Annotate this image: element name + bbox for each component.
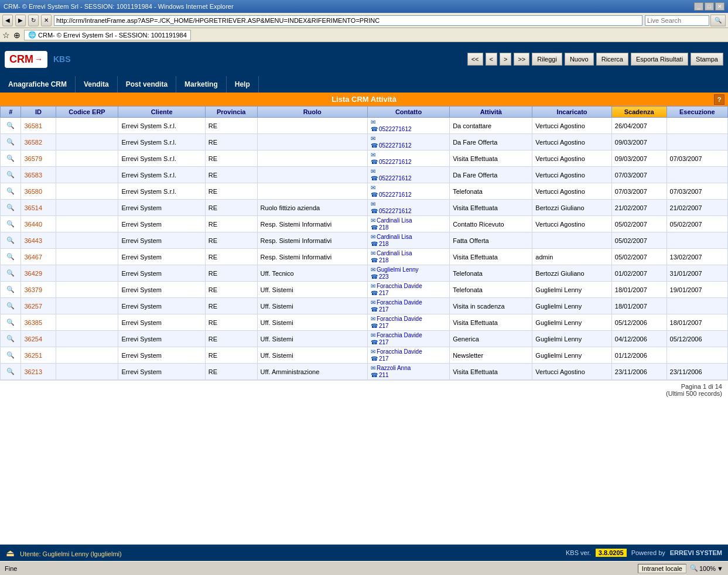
- refresh-button[interactable]: ↻: [28, 15, 39, 26]
- cell-contatto[interactable]: ✉ Razzoli Anna☎ 211: [367, 364, 449, 380]
- row-search-icon[interactable]: 🔍: [1, 314, 21, 331]
- cell-contatto[interactable]: ✉☎ 0522271612: [367, 200, 449, 216]
- cell-contatto[interactable]: ✉ Cardinali Lisa☎ 218: [367, 216, 449, 232]
- prev-button[interactable]: <: [486, 53, 497, 66]
- menu-item-anagrafiche[interactable]: Anagrafiche CRM: [0, 76, 76, 93]
- cell-contatto[interactable]: ✉☎ 0522271612: [367, 183, 449, 200]
- help-button[interactable]: ?: [714, 94, 724, 105]
- cell-contatto[interactable]: ✉☎ 0522271612: [367, 150, 449, 167]
- cell-id[interactable]: 36582: [21, 134, 56, 150]
- cell-incaricato: Vertucci Agostino: [532, 134, 611, 150]
- cell-id[interactable]: 36580: [21, 183, 56, 200]
- col-codice-erp[interactable]: Codice ERP: [56, 107, 118, 118]
- row-search-icon[interactable]: 🔍: [1, 134, 21, 150]
- col-scadenza[interactable]: Scadenza: [611, 107, 667, 118]
- cell-id[interactable]: 36581: [21, 118, 56, 134]
- cell-id[interactable]: 36385: [21, 314, 56, 331]
- cell-cliente: Errevi System: [118, 265, 205, 282]
- window-controls[interactable]: _ □ ✕: [694, 2, 724, 11]
- bookmark-tab[interactable]: 🌐 CRM- © Errevi System Srl - SESSION: 10…: [24, 30, 191, 40]
- col-id[interactable]: ID: [21, 107, 56, 118]
- col-esecuzione[interactable]: Esecuzione: [667, 107, 727, 118]
- cell-id[interactable]: 36257: [21, 298, 56, 314]
- row-search-icon[interactable]: 🔍: [1, 150, 21, 167]
- menu-item-post-vendita[interactable]: Post vendita: [118, 76, 176, 93]
- cell-id[interactable]: 36213: [21, 364, 56, 380]
- cell-incaricato: Guglielmi Lenny: [532, 298, 611, 314]
- table-row: 🔍36583Errevi System S.r.l.RE✉☎ 052227161…: [1, 167, 728, 183]
- cell-contatto[interactable]: ✉ Cardinali Lisa☎ 218: [367, 232, 449, 249]
- col-incaricato[interactable]: Incaricato: [532, 107, 611, 118]
- cell-contatto[interactable]: ✉ Cardinali Lisa☎ 218: [367, 249, 449, 265]
- minimize-button[interactable]: _: [694, 2, 703, 11]
- ricerca-button[interactable]: Ricerca: [596, 53, 628, 66]
- cell-id[interactable]: 36379: [21, 282, 56, 298]
- cell-id[interactable]: 36251: [21, 347, 56, 364]
- stop-button[interactable]: ✕: [41, 15, 52, 26]
- col-cliente[interactable]: Cliente: [118, 107, 205, 118]
- forward-button[interactable]: ▶: [15, 15, 26, 26]
- col-provincia[interactable]: Provincia: [205, 107, 257, 118]
- pagination-text: Pagina 1 di 14 (Ultimi 500 records): [6, 383, 722, 397]
- table-row: 🔍36581Errevi System S.r.l.RE✉☎ 052227161…: [1, 118, 728, 134]
- cell-id[interactable]: 36583: [21, 167, 56, 183]
- esporta-button[interactable]: Esporta Risultati: [631, 53, 688, 66]
- col-ruolo[interactable]: Ruolo: [257, 107, 367, 118]
- cell-id[interactable]: 36429: [21, 265, 56, 282]
- row-search-icon[interactable]: 🔍: [1, 118, 21, 134]
- cell-contatto[interactable]: ✉ Foracchia Davide☎ 217: [367, 282, 449, 298]
- next-button[interactable]: >: [500, 53, 511, 66]
- last-button[interactable]: >>: [514, 53, 529, 66]
- cell-id[interactable]: 36514: [21, 200, 56, 216]
- nuovo-button[interactable]: Nuovo: [565, 53, 594, 66]
- cell-id[interactable]: 36443: [21, 232, 56, 249]
- row-search-icon[interactable]: 🔍: [1, 216, 21, 232]
- row-search-icon[interactable]: 🔍: [1, 183, 21, 200]
- row-search-icon[interactable]: 🔍: [1, 347, 21, 364]
- cell-contatto[interactable]: ✉☎ 0522271612: [367, 118, 449, 134]
- cell-contatto[interactable]: ✉ Foracchia Davide☎ 217: [367, 331, 449, 347]
- cell-id[interactable]: 36254: [21, 331, 56, 347]
- close-button[interactable]: ✕: [715, 2, 724, 11]
- logout-icon[interactable]: ⏏: [6, 548, 15, 558]
- cell-contatto[interactable]: ✉☎ 0522271612: [367, 167, 449, 183]
- version-badge: 3.8.0205: [596, 549, 627, 557]
- menu-item-marketing[interactable]: Marketing: [176, 76, 227, 93]
- row-search-icon[interactable]: 🔍: [1, 364, 21, 380]
- star-icon[interactable]: ☆: [2, 30, 10, 40]
- row-search-icon[interactable]: 🔍: [1, 232, 21, 249]
- rss-icon[interactable]: ⊕: [13, 30, 20, 40]
- maximize-button[interactable]: □: [705, 2, 714, 11]
- row-search-icon[interactable]: 🔍: [1, 298, 21, 314]
- row-search-icon[interactable]: 🔍: [1, 265, 21, 282]
- cell-id[interactable]: 36467: [21, 249, 56, 265]
- row-search-icon[interactable]: 🔍: [1, 200, 21, 216]
- first-button[interactable]: <<: [467, 53, 483, 66]
- row-search-icon[interactable]: 🔍: [1, 331, 21, 347]
- cell-id[interactable]: 36440: [21, 216, 56, 232]
- menu-item-vendita[interactable]: Vendita: [76, 76, 118, 93]
- row-search-icon[interactable]: 🔍: [1, 249, 21, 265]
- col-attivita[interactable]: Attività: [450, 107, 532, 118]
- cell-attivita: Da Fare Offerta: [450, 134, 532, 150]
- cell-provincia: RE: [205, 364, 257, 380]
- stampa-button[interactable]: Stampa: [691, 53, 723, 66]
- back-button[interactable]: ◀: [2, 15, 13, 26]
- row-search-icon[interactable]: 🔍: [1, 167, 21, 183]
- rileggi-button[interactable]: Rileggi: [532, 53, 562, 66]
- cell-contatto[interactable]: ✉ Foracchia Davide☎ 217: [367, 347, 449, 364]
- search-button[interactable]: 🔍: [710, 15, 726, 26]
- address-input[interactable]: [54, 15, 642, 26]
- cell-ruolo: Uff. Amministrazione: [257, 364, 367, 380]
- search-input[interactable]: [645, 15, 709, 26]
- col-contatto[interactable]: Contatto: [367, 107, 449, 118]
- cell-contatto[interactable]: ✉ Foracchia Davide☎ 217: [367, 298, 449, 314]
- cell-id[interactable]: 36579: [21, 150, 56, 167]
- cell-scadenza: 26/04/2007: [611, 118, 667, 134]
- menu-item-help[interactable]: Help: [227, 76, 259, 93]
- cell-contatto[interactable]: ✉☎ 0522271612: [367, 134, 449, 150]
- row-search-icon[interactable]: 🔍: [1, 282, 21, 298]
- cell-contatto[interactable]: ✉ Guglielmi Lenny☎ 223: [367, 265, 449, 282]
- cell-contatto[interactable]: ✉ Foracchia Davide☎ 217: [367, 314, 449, 331]
- cell-esecuzione: 05/12/2006: [667, 331, 727, 347]
